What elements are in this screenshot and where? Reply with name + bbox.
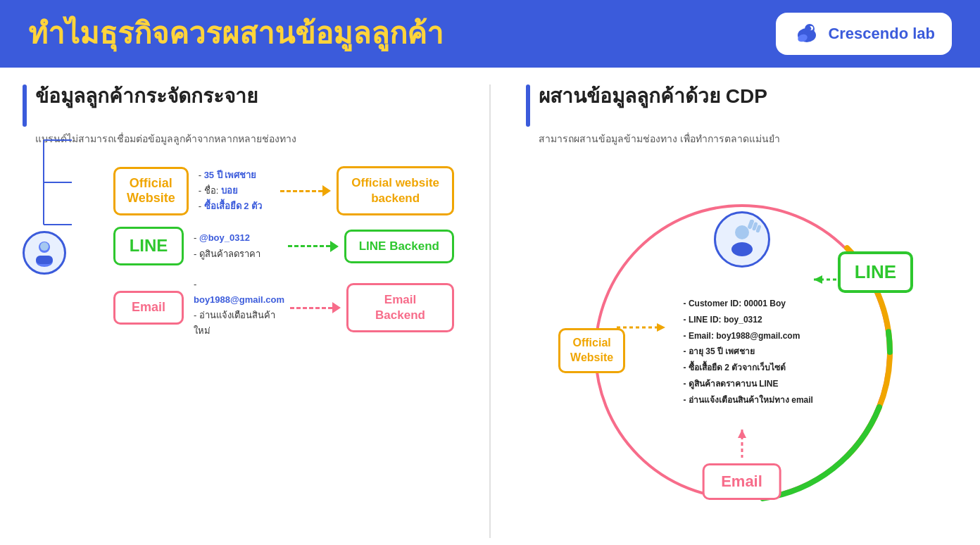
left-section-title: ข้อมูลลูกค้ากระจัดกระจาย (35, 84, 258, 108)
right-panel: ผสานข้อมูลลูกค้าด้วย CDP สามารถผสานข้อมู… (526, 84, 957, 538)
cdp-info-item-6: - ดูสินค้าลดราคาบน LINE (684, 376, 813, 392)
header-title-part2: ผสานข้อมูลลูกค้า (222, 17, 444, 50)
main-content: ข้อมูลลูกค้ากระจัดกระจาย แบรนด์ไม่สามารถ… (0, 68, 980, 545)
email-item-2: - อ่านแจ้งเตือนสินค้าใหม่ (194, 308, 284, 339)
website-item-1: - 35 ปี เพศชาย (199, 168, 275, 183)
line-arrow (288, 241, 339, 252)
backend-line: LINE Backend (344, 230, 454, 263)
header-title-part1: ทำไมธุรกิจควร (28, 17, 222, 50)
cdp-info-item-1: - Customer ID: 00001 Boy (684, 296, 813, 312)
dotted-line-green (288, 245, 330, 247)
dotted-line-pink (290, 307, 332, 309)
cdp-info-item-3: - Email: boy1988@gmail.com (684, 328, 813, 344)
connector-svg (44, 182, 79, 323)
cdp-label-official-website: OfficialWebsite (558, 328, 625, 373)
section-bar-right (526, 84, 530, 127)
arrow-email (731, 430, 753, 465)
panel-divider (489, 84, 491, 538)
svg-marker-22 (657, 323, 665, 332)
website-item-3: - ซื้อเสื้อยืด 2 ตัว (199, 199, 275, 214)
cdp-info-item-5: - ซื้อเสื้อยืด 2 ตัวจากเว็บไซต์ (684, 360, 813, 376)
channel-row-email: Email - boy1988@gmail.com - อ่านแจ้งเตือ… (113, 277, 454, 339)
channel-row-line: LINE - @boy_0312 - ดูสินค้าลดราคา LINE B… (113, 227, 454, 265)
channel-box-website: OfficialWebsite (113, 167, 189, 215)
channel-rows: OfficialWebsite - 35 ปี เพศชาย - ชื่อ: บ… (113, 166, 454, 339)
channel-box-line: LINE (113, 227, 184, 265)
cdp-label-email: Email (702, 463, 781, 500)
website-data-items: - 35 ปี เพศชาย - ชื่อ: บอย - ซื้อเสื้อยื… (199, 168, 275, 214)
cdp-person-icon (722, 220, 762, 259)
right-section-subtitle: สามารถผสานข้อมูลข้ามช่องทาง เพื่อทำการตล… (539, 131, 957, 146)
right-section-title: ผสานข้อมูลลูกค้าด้วย CDP (539, 84, 767, 108)
avatar-column (23, 231, 66, 275)
left-section-header: ข้อมูลลูกค้ากระจัดกระจาย (23, 84, 454, 127)
cdp-label-line: LINE (838, 251, 913, 293)
line-item-1: - @boy_0312 (194, 230, 282, 246)
backend-website: Official websitebackend (337, 166, 454, 215)
svg-point-17 (731, 242, 753, 256)
arrowhead-green (330, 241, 339, 252)
arrowhead-orange (322, 185, 331, 196)
left-diagram: OfficialWebsite - 35 ปี เพศชาย - ชื่อ: บ… (23, 166, 454, 339)
left-panel: ข้อมูลลูกค้ากระจัดกระจาย แบรนด์ไม่สามารถ… (23, 84, 454, 538)
cdp-info-item-4: - อายุ 35 ปี เพศชาย (684, 344, 813, 361)
dotted-line-orange (280, 190, 322, 192)
email-item-1: - boy1988@gmail.com (194, 277, 284, 308)
cdp-info-box: - Customer ID: 00001 Boy - LINE ID: boy_… (684, 296, 813, 408)
channel-box-email: Email (113, 291, 184, 325)
header-title: ทำไมธุรกิจควรผสานข้อมูลลูกค้า (28, 18, 444, 50)
cdp-diagram: - Customer ID: 00001 Boy - LINE ID: boy_… (526, 159, 957, 538)
svg-point-16 (735, 225, 749, 239)
line-item-2: - ดูสินค้าลดราคา (194, 246, 282, 262)
website-arrow (280, 185, 331, 196)
cdp-avatar (714, 211, 770, 268)
backend-email: Email Backend (346, 283, 454, 332)
cdp-info-item-7: - อ่านแจ้งเตือนสินค้าใหม่ทาง email (684, 392, 813, 408)
circle-container: - Customer ID: 00001 Boy - LINE ID: boy_… (594, 204, 890, 500)
channel-row-website: OfficialWebsite - 35 ปี เพศชาย - ชื่อ: บ… (113, 166, 454, 215)
website-item-2: - ชื่อ: บอย (199, 183, 275, 199)
email-data-items: - boy1988@gmail.com - อ่านแจ้งเตือนสินค้… (194, 277, 284, 339)
svg-marker-26 (738, 430, 746, 438)
svg-marker-24 (814, 275, 822, 284)
line-data-items: - @boy_0312 - ดูสินค้าลดราคา (194, 230, 282, 261)
header: ทำไมธุรกิจควรผสานข้อมูลลูกค้า Crescendo … (0, 0, 980, 68)
bird-icon (793, 20, 821, 48)
left-section-subtitle: แบรนด์ไม่สามารถเชื่อมต่อข้อมูลลูกค้าจากห… (35, 131, 454, 146)
logo-area: Crescendo lab (776, 13, 952, 55)
cdp-info-item-2: - LINE ID: boy_0312 (684, 312, 813, 328)
logo-text: Crescendo lab (828, 25, 935, 43)
email-arrow (290, 302, 341, 313)
right-section-header: ผสานข้อมูลลูกค้าด้วย CDP (526, 84, 957, 127)
arrowhead-pink (332, 302, 341, 313)
section-bar-left (23, 84, 27, 127)
